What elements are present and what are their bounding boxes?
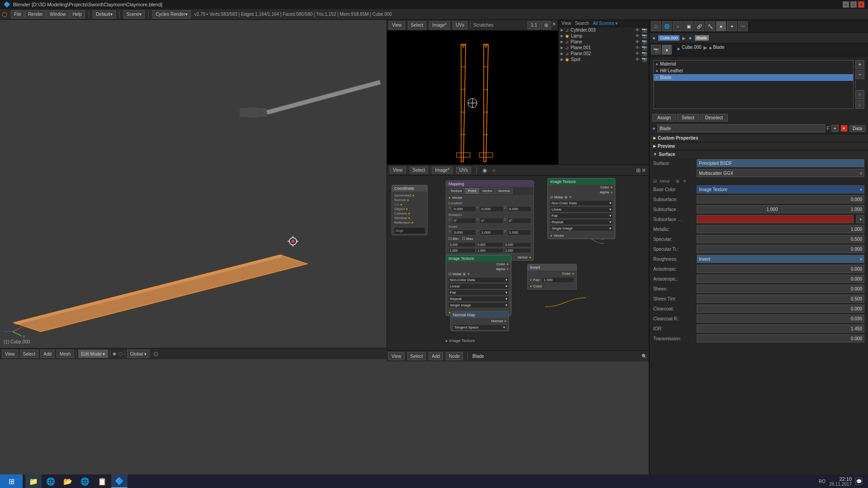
point-tab[interactable]: Point xyxy=(465,188,479,194)
engine-select[interactable]: Cycles Render ▾ xyxy=(152,10,191,19)
repeat-dropdown-top[interactable]: Repeat▾ xyxy=(550,219,613,225)
render-btn-6[interactable]: 📷 xyxy=(642,57,647,62)
view-menu-viewport[interactable]: View xyxy=(2,350,18,358)
linear-dropdown-top[interactable]: Linear▾ xyxy=(550,206,613,212)
texture-tab[interactable]: Texture xyxy=(448,188,465,194)
mat-item-material[interactable]: ● Material xyxy=(654,61,853,67)
anisotropic-value[interactable]: 0.000 xyxy=(697,265,864,273)
coordinate-node[interactable]: Coordinate Generated ● Normal ● UV ● Obj… xyxy=(392,185,428,235)
render-btn-2[interactable]: 📷 xyxy=(642,33,647,38)
hierarchy-search-btn[interactable]: Search xyxy=(575,21,590,26)
modifier-props-icon[interactable]: 🔧 xyxy=(705,21,715,31)
edit-mode-btn[interactable]: Edit Mode ▾ xyxy=(78,350,108,358)
clearcoat-value[interactable]: 0.000 xyxy=(697,305,864,313)
blender-taskbar[interactable]: 🔷 xyxy=(111,474,127,488)
physics-props-icon[interactable]: 〰 xyxy=(738,21,748,31)
dupl-btn[interactable]: Dupl. xyxy=(394,227,425,234)
render-btn-1[interactable]: 📷 xyxy=(642,28,647,33)
preview-header[interactable]: ▶ Preview xyxy=(650,142,868,150)
node-material-icon[interactable]: ◉ xyxy=(482,167,487,174)
node-view-btn[interactable]: View xyxy=(390,167,406,174)
image-texture-bottom-node[interactable]: Image Texture Color ● Alpha ● ☑ Metal ⊞ … xyxy=(446,255,511,316)
node-bottom-select-btn[interactable]: Select xyxy=(407,352,426,360)
render-menu[interactable]: Render xyxy=(25,10,46,19)
tangent-space-dropdown[interactable]: Tangent Space▾ xyxy=(453,324,507,330)
max-x[interactable]: 1.000 xyxy=(448,248,476,253)
min-x[interactable]: 0.000 xyxy=(448,242,476,247)
hierarchy-item[interactable]: ▶ ◉ Lamp 👁 📷 xyxy=(559,33,649,39)
wire-view-icon[interactable]: ○ xyxy=(118,350,123,358)
hierarchy-item[interactable]: ▶ ⊿ Cylinder.003 👁 📷 xyxy=(559,27,649,33)
material-sphere-icon[interactable]: ● xyxy=(662,45,672,55)
close-button[interactable]: × xyxy=(858,1,864,8)
img-image-btn[interactable]: Image* xyxy=(429,21,450,29)
taskbar-item-4[interactable]: 🌐 xyxy=(77,474,93,488)
scale-x[interactable]: 3.000 xyxy=(452,230,476,235)
render-btn-3[interactable]: 📷 xyxy=(642,39,647,44)
distribution-value[interactable]: Multiscatter GGX ▾ xyxy=(697,169,864,177)
custom-properties-header[interactable]: ▶ Custom Properties xyxy=(650,134,868,142)
material-props-icon[interactable]: ● xyxy=(716,21,726,31)
help-menu[interactable]: Help xyxy=(70,10,85,19)
scale-y[interactable]: 1.000 xyxy=(480,230,504,235)
assign-button[interactable]: Assign xyxy=(652,114,676,122)
solid-view-icon[interactable]: ● xyxy=(112,350,117,358)
img-close-icon[interactable]: ✕ xyxy=(552,21,556,29)
vis-eye-3[interactable]: 👁 xyxy=(635,39,640,44)
vis-eye-5[interactable]: 👁 xyxy=(635,51,640,56)
vis-eye-4[interactable]: 👁 xyxy=(635,45,640,50)
add-menu-viewport[interactable]: Add xyxy=(40,350,55,358)
vis-eye-1[interactable]: 👁 xyxy=(635,28,640,33)
roughness-value[interactable]: Invert ▾ xyxy=(697,255,864,263)
data-btn[interactable]: Data xyxy=(849,125,865,132)
mapping-node[interactable]: Mapping Texture Point Vector Normal ● Ve… xyxy=(446,180,534,261)
maximize-button[interactable]: □ xyxy=(850,1,857,8)
clearcoat-r-value[interactable]: 0.030 xyxy=(697,314,864,323)
browse-mat-btn[interactable]: ▾ xyxy=(831,125,839,132)
object-props-icon[interactable]: ▣ xyxy=(684,21,693,31)
hierarchy-item[interactable]: ▶ ⊿ Plane.001 👁 📷 xyxy=(559,45,649,51)
transmission-value[interactable]: 0.000 xyxy=(697,334,864,343)
node-bottom-view-btn[interactable]: View xyxy=(388,352,405,360)
image-texture-top-node[interactable]: Image Texture Color ● Alpha ● ☑ Metal ⊞ … xyxy=(547,178,615,239)
img-bottom-x[interactable]: ✕ xyxy=(467,272,470,276)
metallic-value[interactable]: 1.000 xyxy=(697,225,864,233)
img-top-x[interactable]: ✕ xyxy=(569,195,572,199)
min-y[interactable]: 0.000 xyxy=(476,242,503,247)
select-menu-viewport[interactable]: Select xyxy=(20,350,39,358)
fac-field[interactable]: 1.000 xyxy=(542,277,574,283)
node-image-btn[interactable]: Image* xyxy=(432,167,453,174)
scene-props-icon[interactable]: 🌐 xyxy=(662,21,672,31)
node-uvs-btn[interactable]: UVs xyxy=(456,167,471,174)
notification-icon[interactable]: 💬 xyxy=(855,478,863,485)
max-y[interactable]: 1.000 xyxy=(476,248,503,253)
hierarchy-item[interactable]: ▶ ⊿ Plane.002 👁 📷 xyxy=(559,51,649,56)
specular-tint-value[interactable]: 0.000 xyxy=(697,245,864,253)
normal-map-node[interactable]: Normal Map Normal ● Tangent Space▾ xyxy=(450,311,509,331)
subsurface-color-field[interactable] xyxy=(697,215,854,223)
file-menu[interactable]: File xyxy=(11,10,24,19)
node-zoom-icon[interactable]: 🔍 xyxy=(642,354,647,359)
repeat-dropdown-bottom[interactable]: Repeat▾ xyxy=(448,296,509,302)
sheen-value[interactable]: 0.000 xyxy=(697,285,864,293)
mat-name-field[interactable]: Blade xyxy=(657,124,825,132)
node-select-btn[interactable]: Select xyxy=(410,167,429,174)
normal-tab[interactable]: Normal xyxy=(495,188,513,194)
loc-z[interactable]: 0.000 xyxy=(507,206,531,212)
img-uvs-btn[interactable]: UVs xyxy=(453,21,467,29)
single-image-dropdown-bottom[interactable]: Single Image▾ xyxy=(448,302,509,308)
proportional-edit-icon[interactable]: ⊙ xyxy=(153,350,159,357)
linear-dropdown-bottom[interactable]: Linear▾ xyxy=(448,283,509,289)
rot-y[interactable]: 0° xyxy=(480,218,504,224)
render-btn-5[interactable]: 📷 xyxy=(642,51,647,56)
node-maximize-icon[interactable]: ⊞ xyxy=(636,167,641,174)
rot-x[interactable]: 0° xyxy=(452,218,476,224)
vis-eye-6[interactable]: 👁 xyxy=(635,57,640,62)
mat-item-blade[interactable]: ● Blade xyxy=(654,74,853,81)
img-zoom-btn[interactable]: 1:1 xyxy=(528,21,540,29)
ior-value[interactable]: 1.450 xyxy=(697,324,864,333)
move-mat-up-btn[interactable]: ↑ xyxy=(855,90,864,99)
start-button[interactable]: ⊞ xyxy=(0,474,23,488)
render-props-icon[interactable]: 🎥 xyxy=(651,21,661,31)
particle-props-icon[interactable]: ✦ xyxy=(727,21,737,31)
